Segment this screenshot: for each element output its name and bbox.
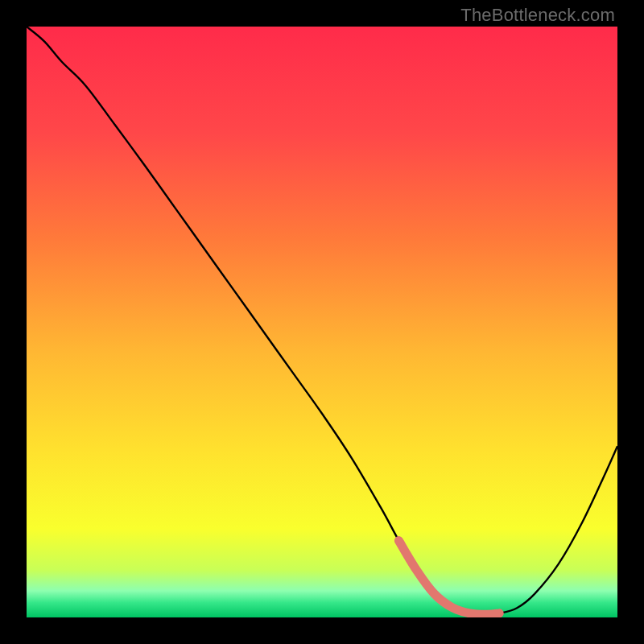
watermark-text: TheBottleneck.com — [460, 5, 615, 26]
chart-frame: TheBottleneck.com — [0, 0, 644, 644]
optimal-range-highlight — [398, 541, 499, 615]
plot-area — [27, 27, 617, 617]
bottleneck-curve — [27, 27, 617, 614]
curve-layer — [27, 27, 617, 617]
